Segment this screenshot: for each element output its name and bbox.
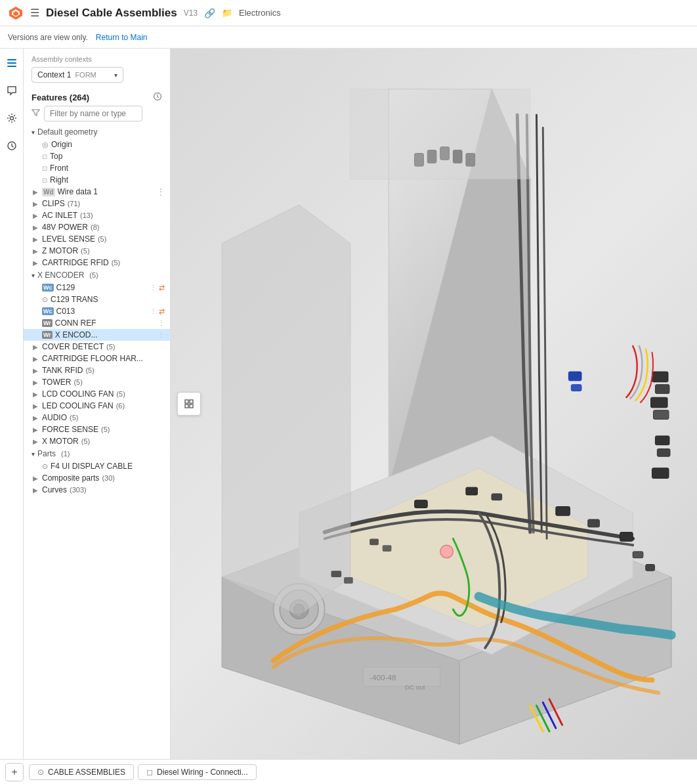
menu-dots-icon[interactable]: ⋮ — [158, 331, 165, 339]
item-actions[interactable]: ⋮ ⇄ — [150, 307, 165, 316]
menu-dots-icon[interactable]: ⋮ — [150, 307, 157, 316]
tree-item-c129[interactable]: Wc C129 ⋮ ⇄ — [24, 282, 170, 294]
item-menu-icon[interactable]: ⋮ — [157, 187, 165, 196]
wire-icon-wr2: Wr — [42, 331, 53, 339]
svg-point-54 — [440, 545, 454, 558]
tree-item-right[interactable]: ⊡ Right — [24, 174, 170, 186]
svg-rect-25 — [633, 552, 643, 558]
assembly-contexts-section: Assembly contexts Context 1 FORM ▾ — [24, 49, 170, 87]
chevron-down-icon: ▾ — [32, 272, 35, 279]
item-count: (5) — [85, 366, 94, 374]
tree-group-cartridge-floor[interactable]: ▶ CARTRIDGE FLOOR HAR... — [24, 353, 170, 364]
tree-group-clips[interactable]: ▶ CLIPS (71) — [24, 198, 170, 209]
tree-section-parts[interactable]: ▾ Parts (1) — [24, 447, 170, 460]
plane-icon: ⊡ — [42, 153, 47, 160]
svg-text:DC out: DC out — [405, 684, 425, 691]
svg-rect-19 — [466, 487, 478, 495]
chevron-right-icon: ▶ — [33, 379, 42, 386]
tree-item-origin[interactable]: ◎ Origin — [24, 139, 170, 150]
main-content: Assembly contexts Context 1 FORM ▾ Featu… — [0, 49, 697, 759]
tree-group-level-sense[interactable]: ▶ LEVEL SENSE (5) — [24, 233, 170, 245]
tab-label: CABLE ASSEMBLIES — [48, 768, 125, 777]
tree-group-led-cooling[interactable]: ▶ LED COOLING FAN (6) — [24, 400, 170, 412]
tab-icon-cable: ⊙ — [37, 768, 44, 777]
chevron-right-icon: ▶ — [33, 248, 42, 255]
tree-item-conn-ref[interactable]: Wr CONN REF ⋮ — [24, 317, 170, 329]
context-select[interactable]: Context 1 FORM ▾ — [32, 67, 123, 83]
arrows-icon[interactable]: ⇄ — [159, 307, 165, 316]
item-label: CONN REF — [55, 318, 96, 328]
link-icon[interactable]: 🔗 — [204, 8, 215, 18]
tab-icon-doc: ◻ — [146, 768, 153, 777]
item-label: C129 — [56, 283, 75, 292]
svg-rect-56 — [190, 400, 193, 403]
tree-item-top[interactable]: ⊡ Top — [24, 150, 170, 162]
return-to-main-link[interactable]: Return to Main — [96, 33, 148, 42]
icon-bar-item-list[interactable] — [3, 54, 21, 72]
item-count: (5) — [98, 235, 106, 243]
left-icon-bar — [0, 49, 24, 759]
tree-item-front[interactable]: ⊡ Front — [24, 162, 170, 174]
tree-item-c013[interactable]: Wc C013 ⋮ ⇄ — [24, 305, 170, 317]
tree-group-ac-inlet[interactable]: ▶ AC INLET (13) — [24, 209, 170, 221]
tree-group-composite-parts[interactable]: ▶ Composite parts (30) — [24, 472, 170, 484]
tree-item-wire-data-1[interactable]: ▶ Wd Wire data 1 ⋮ — [24, 186, 170, 198]
add-tab-button[interactable]: + — [5, 763, 24, 781]
tree-group-tower[interactable]: ▶ TOWER (5) — [24, 376, 170, 388]
tree-group-tank-rfid[interactable]: ▶ TANK RFID (5) — [24, 364, 170, 376]
tree-group-z-motor[interactable]: ▶ Z MOTOR (5) — [24, 245, 170, 257]
item-label: CARTRIDGE RFID — [42, 258, 109, 267]
cable-assemblies-tab[interactable]: ⊙ CABLE ASSEMBLIES — [29, 764, 134, 780]
svg-rect-5 — [7, 66, 16, 67]
item-count: (5) — [116, 390, 125, 398]
tree-section-default-geometry[interactable]: ▾ Default geometry — [24, 125, 170, 139]
svg-rect-53 — [344, 577, 353, 584]
plane-icon: ⊡ — [42, 177, 47, 184]
item-actions[interactable]: ⋮ — [158, 331, 165, 339]
item-count: (5) — [70, 414, 78, 422]
features-clock-icon[interactable] — [153, 92, 162, 103]
tree-item-f4-display[interactable]: ⊙ F4 UI DISPLAY CABLE — [24, 460, 170, 472]
section-label: X ENCODER — [37, 271, 84, 280]
item-label: TANK RFID — [42, 366, 83, 375]
item-label: LED COOLING FAN — [42, 401, 114, 410]
item-label: Z MOTOR — [42, 246, 78, 255]
tree-item-x-encod[interactable]: Wr X ENCOD... ⋮ — [24, 329, 170, 341]
chevron-right-icon: ▶ — [33, 355, 42, 362]
svg-rect-21 — [415, 500, 428, 508]
menu-dots-icon[interactable]: ⋮ — [158, 319, 165, 328]
icon-bar-item-settings[interactable] — [3, 109, 21, 127]
tree-group-cover-detect[interactable]: ▶ COVER DETECT (5) — [24, 341, 170, 353]
tree-group-force-sense[interactable]: ▶ FORCE SENSE (5) — [24, 424, 170, 435]
chevron-right-icon: ▶ — [33, 367, 42, 374]
tree-item-c129-trans[interactable]: ⊙ C129 TRANS — [24, 294, 170, 305]
filter-input[interactable] — [44, 106, 142, 121]
arrows-icon[interactable]: ⇄ — [159, 284, 165, 292]
menu-icon[interactable]: ☰ — [30, 7, 39, 19]
tree-section-x-encoder[interactable]: ▾ X ENCODER (5) — [24, 269, 170, 282]
tree-group-x-motor[interactable]: ▶ X MOTOR (5) — [24, 435, 170, 447]
item-label: CARTRIDGE FLOOR HAR... — [42, 354, 143, 363]
tree-group-audio[interactable]: ▶ AUDIO (5) — [24, 412, 170, 424]
svg-rect-58 — [190, 404, 193, 408]
item-count: (5) — [74, 378, 82, 386]
item-actions[interactable]: ⋮ — [158, 319, 165, 328]
item-actions[interactable]: ⋮ ⇄ — [150, 284, 165, 292]
svg-marker-49 — [350, 89, 530, 179]
item-label: CLIPS — [42, 199, 65, 208]
tree-view-tool-btn[interactable] — [180, 395, 198, 412]
item-label: FORCE SENSE — [42, 425, 98, 434]
tree-group-lcd-cooling[interactable]: ▶ LCD COOLING FAN (5) — [24, 388, 170, 400]
item-count: (30) — [102, 474, 115, 482]
context-select-form: FORM — [75, 71, 96, 79]
diesel-wiring-tab[interactable]: ◻ Diesel Wiring - Connecti... — [138, 764, 257, 780]
tree-group-48v-power[interactable]: ▶ 48V POWER (8) — [24, 221, 170, 233]
icon-bar-item-clock[interactable] — [3, 137, 21, 155]
menu-dots-icon[interactable]: ⋮ — [150, 284, 157, 292]
viewport[interactable]: -400-48 DC out — [171, 49, 697, 759]
tree-group-cartridge-rfid[interactable]: ▶ CARTRIDGE RFID (5) — [24, 257, 170, 269]
tree-group-curves[interactable]: ▶ Curves (303) — [24, 484, 170, 496]
item-label: AUDIO — [42, 413, 67, 422]
3d-model-canvas: -400-48 DC out — [171, 49, 697, 759]
icon-bar-item-comment[interactable] — [3, 81, 21, 100]
